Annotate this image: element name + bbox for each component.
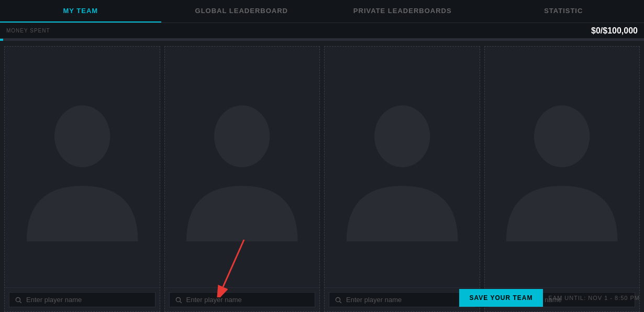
player-card-1 (4, 46, 160, 312)
svg-point-1 (16, 297, 20, 302)
svg-point-6 (374, 105, 430, 167)
silhouette-icon-2 (180, 65, 304, 270)
search-wrapper-1[interactable] (9, 292, 156, 307)
player-search-3 (325, 287, 480, 311)
search-icon-1 (15, 296, 22, 304)
nav-tabs: MY TEAM GLOBAL LEADERBOARD PRIVATE LEADE… (0, 0, 644, 23)
svg-point-9 (534, 105, 590, 167)
money-bar: MONEY SPENT $0/$100,000 (0, 23, 644, 39)
svg-point-3 (214, 105, 270, 167)
money-label: MONEY SPENT (6, 28, 50, 34)
search-input-2[interactable] (186, 296, 310, 304)
deadline-label: EAM UNTIL: NOV 1 - 8:50 PM (548, 295, 640, 301)
player-avatar-3 (325, 47, 480, 287)
main-content: ZpYan1 TEAM $38,000 MMing TEAM $36,500 (0, 41, 644, 312)
player-avatar-1 (5, 47, 160, 287)
player-card-2 (164, 46, 320, 312)
player-card-3 (324, 46, 480, 312)
search-wrapper-2[interactable] (169, 292, 316, 307)
player-avatar-2 (165, 47, 320, 287)
player-card-4 (484, 46, 640, 312)
svg-point-0 (54, 105, 110, 167)
tab-private-leaderboards[interactable]: PRIVATE LEADERBOARDS (322, 0, 483, 23)
player-search-1 (5, 287, 160, 311)
search-icon-2 (175, 296, 182, 304)
svg-point-7 (336, 297, 340, 302)
svg-line-2 (20, 301, 21, 303)
player-avatar-4 (485, 47, 640, 287)
search-icon-3 (335, 296, 342, 304)
player-search-2 (165, 287, 320, 311)
tab-statistic[interactable]: STATISTIC (483, 0, 645, 23)
save-team-button[interactable]: SAVE YOUR TEAM (459, 289, 543, 307)
tab-my-team[interactable]: MY TEAM (0, 0, 161, 23)
svg-point-4 (176, 297, 180, 302)
svg-line-8 (340, 301, 341, 303)
bottom-action-area: SAVE YOUR TEAM EAM UNTIL: NOV 1 - 8:50 P… (459, 289, 640, 307)
silhouette-icon-3 (340, 65, 464, 270)
silhouette-icon-1 (20, 65, 144, 270)
money-value: $0/$100,000 (591, 26, 638, 36)
svg-line-5 (180, 301, 181, 303)
search-input-1[interactable] (26, 296, 150, 304)
search-input-3[interactable] (346, 296, 470, 304)
search-wrapper-3[interactable] (329, 292, 475, 307)
silhouette-icon-4 (500, 65, 624, 270)
tab-global-leaderboard[interactable]: GLOBAL LEADERBOARD (161, 0, 323, 23)
